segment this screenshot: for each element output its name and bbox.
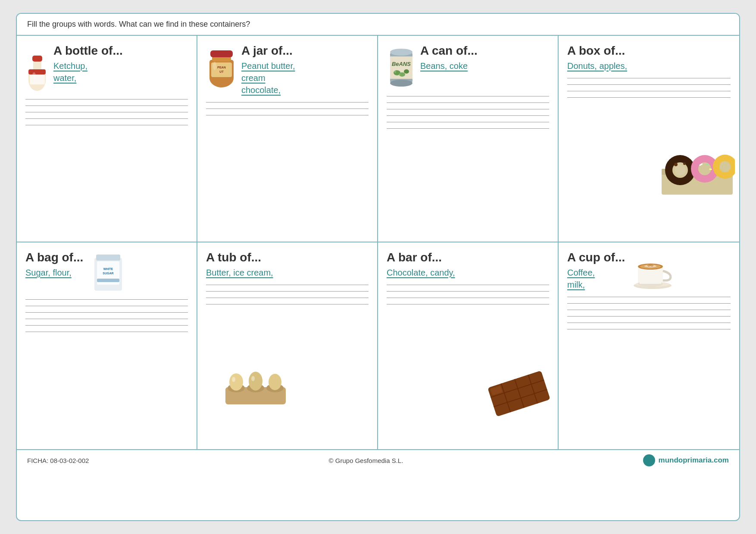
can-lines xyxy=(387,96,549,129)
ficha-label: FICHA: 08-03-02-002 xyxy=(27,457,89,464)
cup-lines xyxy=(567,297,731,329)
bottle-title: A bottle of... xyxy=(53,43,123,58)
svg-rect-40 xyxy=(96,255,120,261)
svg-point-50 xyxy=(249,372,262,391)
jar-answer2: cream xyxy=(241,72,295,84)
blank-line xyxy=(387,102,549,103)
svg-point-29 xyxy=(675,165,686,176)
eggs-image xyxy=(223,370,288,410)
tub-title: A tub of... xyxy=(206,250,369,265)
sugar-bag-image: WHITE SUGAR xyxy=(91,250,125,293)
jar-image: PEAN UT xyxy=(206,43,237,89)
blank-line xyxy=(567,303,731,304)
cell-bag: A bag of... Sugar, flour, WHITE SUGAR xyxy=(17,242,197,449)
blank-line xyxy=(567,91,731,91)
cell-bottle-text: A bottle of... Ketchup, water, xyxy=(53,43,123,84)
jar-lines xyxy=(206,102,369,115)
blank-line xyxy=(387,304,549,304)
brand-label: mundoprimaria.com xyxy=(659,456,729,465)
blank-line xyxy=(206,102,369,102)
tub-answer: Butter, ice cream, xyxy=(206,267,369,279)
svg-point-38 xyxy=(719,161,731,172)
cell-bar: A bar of... Chocolate, candy, xyxy=(378,242,559,449)
instruction-text: Fill the groups with words. What can we … xyxy=(27,20,250,28)
svg-point-49 xyxy=(229,373,243,391)
svg-rect-44 xyxy=(97,279,119,282)
cell-jar: PEAN UT A jar of... Peanut butter, cream… xyxy=(197,36,378,242)
copyright-label: © Grupo Gesfomedia S.L. xyxy=(329,457,403,464)
svg-rect-5 xyxy=(28,69,46,75)
blank-line xyxy=(567,316,731,317)
bottle-lines xyxy=(25,99,188,125)
svg-text:BeANS: BeANS xyxy=(392,61,411,67)
brand-container: mundoprimaria.com xyxy=(643,454,729,466)
cell-bar-text: A bar of... Chocolate, candy, xyxy=(387,250,549,279)
svg-point-23 xyxy=(394,71,396,73)
cell-box-text: A box of... Donuts, apples, xyxy=(567,43,731,72)
donuts-svg xyxy=(659,149,735,197)
can-title: A can of... xyxy=(420,43,478,58)
bag-lines xyxy=(25,299,188,332)
cup-answer2: milk, xyxy=(567,279,625,291)
box-lines xyxy=(567,78,731,98)
blank-line xyxy=(567,310,731,310)
blank-line xyxy=(387,109,549,109)
cell-tub: A tub of... Butter, ice cream, xyxy=(197,242,378,449)
eggs-svg xyxy=(223,370,288,409)
blank-line xyxy=(25,299,188,300)
svg-point-16 xyxy=(390,49,412,56)
blank-line xyxy=(206,291,369,292)
blank-line xyxy=(387,115,549,116)
bag-title: A bag of... xyxy=(25,250,83,265)
svg-point-30 xyxy=(674,163,678,166)
svg-text:PEAN: PEAN xyxy=(217,66,225,69)
cell-can: BeANS A can of... Beans, coke xyxy=(378,36,559,242)
svg-text:SUGAR: SUGAR xyxy=(103,272,114,275)
svg-point-14 xyxy=(213,62,216,70)
jar-answer3: chocolate, xyxy=(241,84,295,96)
svg-point-6 xyxy=(32,72,36,79)
blank-line xyxy=(567,297,731,297)
svg-rect-10 xyxy=(210,50,233,57)
cell-bottle: A bottle of... Ketchup, water, xyxy=(17,36,197,242)
blank-line xyxy=(25,125,188,125)
cell-jar-text: A jar of... Peanut butter, cream chocola… xyxy=(241,43,295,96)
box-title: A box of... xyxy=(567,43,731,58)
blank-line xyxy=(387,122,549,122)
blank-line xyxy=(387,96,549,96)
blank-line xyxy=(25,106,188,106)
cell-box: A box of... Donuts, apples, xyxy=(559,36,739,242)
worksheet: Fill the groups with words. What can we … xyxy=(16,13,740,521)
cell-jar-header: PEAN UT A jar of... Peanut butter, cream… xyxy=(206,43,369,96)
svg-text:UT: UT xyxy=(219,70,224,73)
can-image: BeANS xyxy=(387,43,416,90)
svg-point-52 xyxy=(232,377,235,382)
globe-icon xyxy=(643,454,655,466)
cell-cup-header: A cup of... Coffee, milk, xyxy=(567,250,731,291)
svg-text:WHITE: WHITE xyxy=(103,267,113,270)
bottle-answer: Ketchup, xyxy=(53,60,123,72)
svg-point-17 xyxy=(390,80,412,87)
bottle-image xyxy=(25,43,49,93)
box-answer: Donuts, apples, xyxy=(567,60,731,72)
svg-point-51 xyxy=(269,374,281,390)
blank-line xyxy=(387,291,549,292)
blank-line xyxy=(567,84,731,85)
svg-point-22 xyxy=(404,69,409,74)
svg-point-53 xyxy=(251,376,255,381)
blank-line xyxy=(206,115,369,115)
svg-point-24 xyxy=(399,74,400,75)
cell-can-header: BeANS A can of... Beans, coke xyxy=(387,43,549,90)
bar-title: A bar of... xyxy=(387,250,549,265)
svg-point-33 xyxy=(698,162,711,175)
blank-line xyxy=(206,304,369,304)
blank-line xyxy=(567,78,731,78)
blank-line xyxy=(25,306,188,306)
cell-box-header: A box of... Donuts, apples, xyxy=(567,43,731,72)
cell-tub-text: A tub of... Butter, ice cream, xyxy=(206,250,369,279)
cell-can-text: A can of... Beans, coke xyxy=(420,43,478,72)
choc-bar-svg xyxy=(486,369,552,418)
blank-line xyxy=(25,312,188,313)
blank-line xyxy=(25,332,188,332)
cell-tub-header: A tub of... Butter, ice cream, xyxy=(206,250,369,279)
